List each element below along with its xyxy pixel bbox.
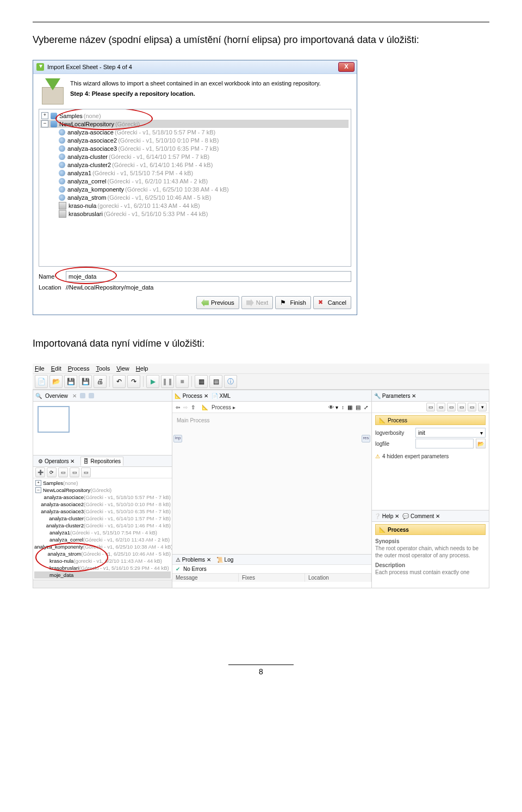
repositories-tree[interactable]: +Samples (none) –NewLocalRepository (Gór…	[33, 478, 172, 580]
menu-file[interactable]: File	[35, 365, 45, 372]
redo-button[interactable]: ↷	[127, 375, 140, 388]
parameters-tab[interactable]: 🔧 Parameters ✕	[374, 393, 416, 399]
overview-thumbnail[interactable]	[38, 406, 70, 433]
logfile-input[interactable]	[415, 439, 474, 448]
logverbosity-select[interactable]: init▾	[415, 428, 486, 438]
overview-tab[interactable]: Overview	[45, 393, 68, 399]
add-repo-button[interactable]: ➕	[35, 467, 45, 477]
search-icon[interactable]: 🔍	[35, 393, 42, 399]
cancel-button[interactable]: Cancel	[313, 296, 351, 309]
menu-help[interactable]: Help	[136, 365, 148, 372]
panel-control-icon[interactable]	[89, 393, 94, 398]
panel-control-icon[interactable]	[80, 393, 85, 398]
tree-item[interactable]: analyza_komponenty	[67, 186, 124, 193]
toolbar-icon[interactable]: ▦	[347, 404, 352, 410]
tree-item[interactable]: analyza-asociace2	[67, 137, 117, 144]
toolbar-icon[interactable]: ⤢	[364, 404, 368, 410]
repositories-tab[interactable]: 🗄Repositories	[80, 457, 123, 466]
menu-process[interactable]: Process	[68, 365, 90, 372]
help-tab[interactable]: ❔ Help ✕	[374, 513, 399, 519]
repo-button[interactable]: ▭	[58, 467, 68, 477]
tree-item[interactable]: analyza-cluster	[67, 153, 108, 160]
tree-item[interactable]: analyza_correl	[67, 178, 107, 184]
run-button[interactable]: ▶	[146, 375, 159, 388]
pause-button[interactable]: ❚❚	[161, 375, 174, 388]
undo-button[interactable]: ↶	[113, 375, 126, 388]
stop-button[interactable]: ■	[176, 375, 189, 388]
toolbar-icon[interactable]: 👁 ▾	[328, 404, 338, 410]
view-results-button[interactable]: ▤	[209, 375, 222, 388]
horizontal-scrollbar[interactable]	[33, 580, 172, 588]
new-button[interactable]: 📄	[35, 375, 48, 388]
problems-tab[interactable]: ⚠ Problems ✕	[176, 557, 211, 563]
tree-item[interactable]: analyza1	[49, 530, 70, 536]
expand-toggle[interactable]: –	[35, 487, 41, 493]
param-tool-button[interactable]: ▾	[478, 403, 487, 411]
xml-tab[interactable]: 📄 XML	[212, 393, 231, 399]
param-tool-button[interactable]: ▭	[468, 403, 476, 411]
expand-toggle[interactable]: +	[35, 480, 41, 486]
tree-item[interactable]: analyza_komponenty	[34, 544, 83, 550]
previous-button[interactable]: Previous	[196, 296, 239, 309]
refresh-button[interactable]: ⟳	[47, 467, 57, 477]
param-tool-button[interactable]: ▭	[457, 403, 466, 411]
tree-item[interactable]: analyza-asociace	[67, 129, 114, 136]
tree-item[interactable]: analyza1	[67, 170, 91, 176]
col-fixes: Fixes	[239, 574, 305, 582]
expand-toggle[interactable]: –	[41, 120, 48, 127]
toolbar-icon[interactable]: ▤	[356, 404, 361, 410]
param-tool-button[interactable]: ▭	[426, 403, 435, 411]
param-tool-button[interactable]: ▭	[437, 403, 445, 411]
repository-tree[interactable]: + Samples (none) – NewLocalRepository (G…	[39, 109, 351, 267]
menu-bar[interactable]: File Edit Process Tools View Help	[33, 364, 489, 374]
close-icon[interactable]: ✕	[72, 393, 77, 399]
finish-button[interactable]: Finish	[275, 296, 310, 309]
view-design-button[interactable]: ▦	[195, 375, 208, 388]
menu-tools[interactable]: Tools	[96, 365, 110, 372]
nav-back-icon[interactable]: ⇦	[176, 404, 180, 410]
name-input[interactable]	[66, 271, 351, 282]
tree-item[interactable]: kraso-nula	[69, 202, 96, 209]
port-in[interactable]: inp	[173, 435, 182, 442]
tree-item[interactable]: analyza-cluster2	[67, 162, 111, 168]
process-canvas[interactable]: Main Process inp res	[172, 413, 371, 554]
toolbar-icon[interactable]: ↕	[341, 404, 344, 410]
tree-item[interactable]: krasobruslari	[49, 565, 79, 571]
tree-item[interactable]: analyza-asociace2	[41, 501, 84, 507]
tree-item[interactable]: analyza-asociace3	[67, 145, 117, 152]
tree-item[interactable]: analyza-cluster	[49, 515, 84, 521]
operators-tab[interactable]: ⚙Operators✕	[35, 457, 77, 466]
menu-view[interactable]: View	[116, 365, 129, 372]
repo-button[interactable]: ▭	[81, 467, 91, 477]
browse-button[interactable]: 📂	[476, 439, 486, 448]
expand-toggle[interactable]: +	[41, 112, 48, 119]
print-button[interactable]: 🖨	[94, 375, 107, 388]
nav-fwd-icon[interactable]: ⇨	[183, 404, 188, 410]
tree-node[interactable]: Samples	[59, 113, 83, 119]
tree-item[interactable]: analyza_strom	[47, 551, 81, 557]
tree-item[interactable]: analyza-cluster2	[46, 522, 84, 528]
menu-edit[interactable]: Edit	[51, 365, 61, 372]
log-tab[interactable]: 📜 Log	[216, 557, 233, 563]
tree-item[interactable]: krasobruslari	[69, 211, 103, 217]
open-button[interactable]: 📂	[49, 375, 63, 388]
comment-tab[interactable]: 💬 Comment ✕	[402, 513, 440, 519]
info-button[interactable]: ⓘ	[224, 375, 237, 388]
tree-node-selected[interactable]: NewLocalRepository	[59, 121, 114, 127]
port-out[interactable]: res	[362, 435, 370, 442]
tree-item[interactable]: analyza-asociace	[44, 494, 84, 500]
repo-button[interactable]: ▭	[70, 467, 79, 477]
saveas-button[interactable]: 💾	[79, 375, 92, 388]
param-tool-button[interactable]: ▭	[447, 403, 456, 411]
tree-item[interactable]: analyza_correl	[49, 537, 83, 543]
tree-item[interactable]: kraso-nula	[49, 558, 73, 564]
close-button[interactable]: X	[338, 62, 355, 72]
tree-item[interactable]: moje_data	[49, 572, 73, 578]
breadcrumb[interactable]: Process ▸	[212, 404, 235, 410]
tree-item[interactable]: analyza-asociace3	[41, 508, 84, 514]
tree-item[interactable]: analyza_strom	[67, 194, 107, 201]
nav-up-icon[interactable]: ⇧	[191, 404, 195, 410]
process-tab[interactable]: 📐 Process ✕	[175, 393, 208, 399]
hidden-params-note[interactable]: ⚠4 hidden expert parameters	[375, 453, 486, 459]
save-button[interactable]: 💾	[64, 375, 77, 388]
